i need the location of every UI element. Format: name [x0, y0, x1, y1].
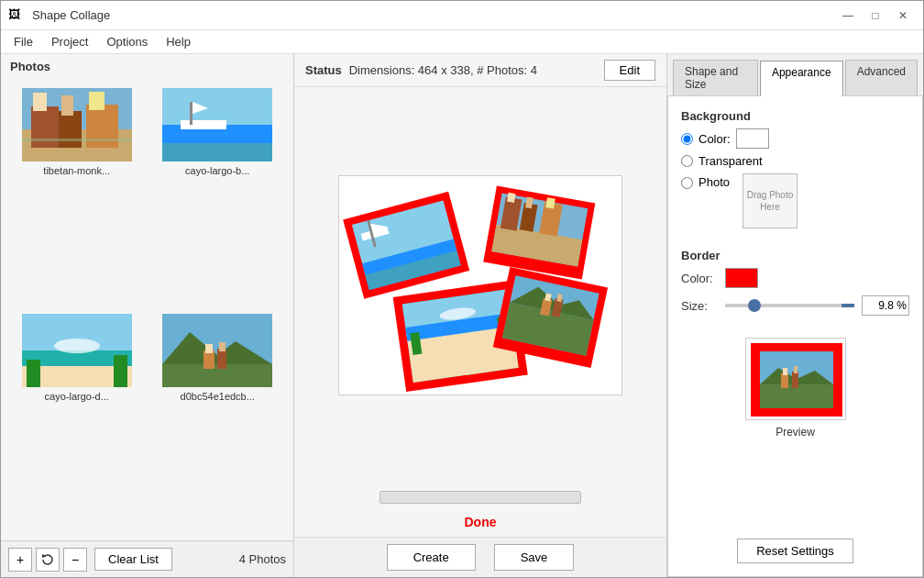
- bg-color-radio[interactable]: [681, 133, 693, 145]
- menu-help[interactable]: Help: [157, 32, 200, 51]
- svg-rect-19: [27, 360, 40, 387]
- svg-rect-8: [22, 139, 132, 141]
- bg-photo-radio[interactable]: [681, 177, 693, 189]
- remove-photo-button[interactable]: −: [63, 548, 87, 572]
- status-label: Status: [305, 63, 342, 77]
- create-button[interactable]: Create: [387, 544, 476, 571]
- svg-rect-11: [181, 120, 226, 129]
- save-button[interactable]: Save: [494, 544, 575, 571]
- svg-rect-2: [31, 106, 59, 148]
- tab-advanced[interactable]: Advanced: [845, 60, 918, 95]
- border-size-slider[interactable]: [725, 304, 854, 307]
- left-toolbar: + − Clear List 4 Photos: [1, 540, 293, 577]
- svg-rect-69: [783, 368, 787, 375]
- status-bar: Status Dimensions: 464 x 338, # Photos: …: [294, 54, 666, 87]
- svg-rect-20: [114, 355, 127, 387]
- menu-file[interactable]: File: [5, 32, 42, 51]
- bg-photo-label: Photo: [698, 175, 730, 189]
- background-section: Background Color: Transparent Photo: [681, 109, 909, 234]
- title-bar: 🖼 Shape Collage — □ ✕: [1, 1, 923, 30]
- svg-rect-12: [190, 102, 192, 125]
- photo-label-3: cayo-largo-d...: [45, 391, 109, 402]
- progress-bar: [380, 491, 581, 504]
- svg-rect-6: [61, 95, 73, 116]
- svg-rect-14: [162, 143, 272, 161]
- tabs-row: Shape and Size Appearance Advanced: [667, 54, 923, 96]
- tab-content-appearance: Background Color: Transparent Photo: [667, 96, 923, 577]
- app-icon: 🖼: [8, 7, 25, 24]
- svg-rect-27: [219, 342, 226, 351]
- svg-rect-67: [781, 373, 788, 388]
- svg-rect-26: [205, 344, 213, 353]
- close-button[interactable]: ✕: [890, 5, 916, 27]
- photo-label-1: tibetan-monk...: [43, 165, 110, 176]
- svg-rect-5: [33, 93, 47, 111]
- photos-header: Photos: [1, 54, 293, 79]
- border-size-row: Size:: [681, 295, 909, 316]
- list-item[interactable]: d0bc54e1edcb...: [151, 314, 285, 532]
- status-text: Dimensions: 464 x 338, # Photos: 4: [349, 63, 597, 77]
- edit-button[interactable]: Edit: [604, 60, 655, 81]
- list-item[interactable]: cayo-largo-b...: [151, 88, 285, 306]
- svg-rect-7: [89, 92, 104, 110]
- svg-marker-28: [42, 554, 46, 558]
- clear-list-button[interactable]: Clear List: [94, 548, 172, 571]
- app-window: 🖼 Shape Collage — □ ✕ File Project Optio…: [0, 0, 924, 578]
- left-panel: Photos: [1, 54, 294, 577]
- right-panel: Shape and Size Appearance Advanced Backg…: [666, 54, 923, 577]
- svg-rect-45: [545, 197, 556, 208]
- border-size-input[interactable]: [862, 295, 909, 316]
- svg-rect-3: [59, 111, 82, 148]
- border-color-label: Color:: [681, 272, 718, 285]
- preview-box: [745, 338, 846, 420]
- menu-bar: File Project Options Help: [1, 30, 923, 54]
- list-item[interactable]: cayo-largo-d...: [10, 314, 144, 532]
- maximize-button[interactable]: □: [863, 5, 888, 27]
- svg-rect-70: [794, 366, 798, 373]
- drag-photo-text: Drag Photo Here: [743, 189, 797, 213]
- svg-point-18: [54, 339, 100, 353]
- add-photo-button[interactable]: +: [8, 548, 32, 572]
- photo-thumb-4: [162, 314, 272, 387]
- list-item[interactable]: tibetan-monk...: [10, 88, 144, 306]
- border-section: Border Color: Size:: [681, 249, 909, 323]
- border-title: Border: [681, 249, 909, 262]
- bg-photo-row: Photo Drag Photo Here: [681, 173, 909, 228]
- bottom-toolbar: Create Save: [294, 537, 666, 577]
- photo-thumb-3: [22, 314, 132, 387]
- svg-rect-68: [792, 372, 798, 388]
- bg-color-row: Color:: [681, 128, 909, 149]
- collage-area: [294, 87, 666, 484]
- title-controls: — □ ✕: [835, 5, 916, 27]
- photo-thumb-2: [162, 88, 272, 161]
- reset-settings-button[interactable]: Reset Settings: [737, 539, 853, 563]
- title-bar-left: 🖼 Shape Collage: [8, 7, 110, 24]
- photo-label-2: cayo-largo-b...: [185, 165, 249, 176]
- bg-color-label: Color:: [698, 132, 731, 146]
- bg-color-swatch[interactable]: [736, 128, 769, 149]
- slider-container: [725, 304, 854, 307]
- tab-appearance[interactable]: Appearance: [760, 61, 843, 96]
- svg-rect-25: [217, 349, 226, 369]
- bg-transparent-radio[interactable]: [681, 155, 693, 167]
- photo-thumb-1: [22, 88, 132, 161]
- border-color-swatch[interactable]: [725, 268, 758, 288]
- window-title: Shape Collage: [32, 8, 110, 22]
- background-title: Background: [681, 109, 909, 123]
- photo-grid: tibetan-monk... cayo-larg: [1, 79, 293, 540]
- done-text: Done: [294, 511, 666, 537]
- menu-options[interactable]: Options: [97, 32, 157, 51]
- minimize-button[interactable]: —: [835, 5, 861, 27]
- progress-area: [294, 484, 666, 511]
- border-size-label: Size:: [681, 299, 718, 313]
- svg-rect-43: [507, 193, 516, 203]
- rotate-photo-button[interactable]: [36, 548, 60, 572]
- tab-shape-size[interactable]: Shape and Size: [673, 60, 758, 95]
- content-area: Photos: [1, 54, 923, 577]
- menu-project[interactable]: Project: [42, 32, 97, 51]
- drag-photo-box[interactable]: Drag Photo Here: [742, 173, 798, 228]
- middle-panel: Status Dimensions: 464 x 338, # Photos: …: [294, 54, 666, 577]
- photo-count: 4 Photos: [239, 552, 286, 566]
- preview-section: Preview: [681, 338, 909, 439]
- border-color-row: Color:: [681, 268, 909, 288]
